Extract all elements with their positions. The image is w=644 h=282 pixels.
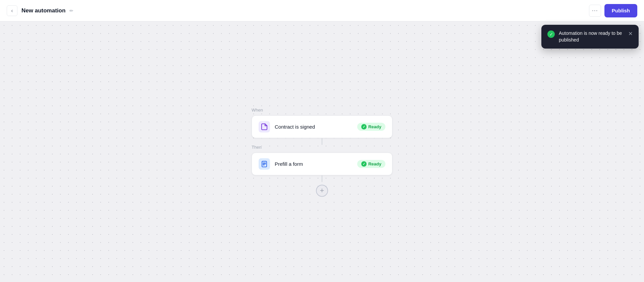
- trigger-step-card[interactable]: Contract is signed ✓ Ready: [252, 115, 392, 138]
- when-label: When: [252, 108, 392, 113]
- connector-line-bottom: [322, 175, 322, 182]
- automation-canvas: When Contract is signed ✓ Ready Then: [0, 21, 644, 282]
- header-left: ‹ New automation ✏: [7, 5, 589, 16]
- page-title: New automation: [21, 7, 65, 14]
- action-badge-text: Ready: [368, 161, 381, 166]
- trigger-check-icon: ✓: [361, 124, 367, 129]
- more-icon: ···: [592, 7, 598, 14]
- trigger-ready-badge: ✓ Ready: [357, 123, 385, 131]
- connector-bottom: [252, 175, 392, 182]
- trigger-step-icon: [259, 121, 270, 132]
- toast-message: Automation is now ready to be published: [559, 30, 624, 43]
- add-step-button[interactable]: +: [316, 185, 328, 197]
- connector-line-top: [322, 138, 322, 145]
- add-step-area: +: [252, 182, 392, 199]
- toast-close-button[interactable]: ✕: [628, 30, 633, 37]
- action-step-label: Prefill a form: [275, 161, 353, 167]
- edit-icon[interactable]: ✏: [69, 8, 73, 13]
- action-ready-badge: ✓ Ready: [357, 160, 385, 168]
- flow-container: When Contract is signed ✓ Ready Then: [252, 108, 392, 199]
- add-step-icon: +: [320, 187, 324, 194]
- toast-notification: ✓ Automation is now ready to be publishe…: [541, 25, 639, 49]
- header-right: ··· Publish: [589, 4, 637, 17]
- trigger-badge-text: Ready: [368, 124, 381, 129]
- trigger-step-label: Contract is signed: [275, 124, 353, 130]
- action-check-icon: ✓: [361, 161, 367, 166]
- toast-check-icon: ✓: [547, 30, 555, 38]
- action-step-card[interactable]: Prefill a form ✓ Ready: [252, 152, 392, 175]
- then-label: Then: [252, 145, 392, 150]
- connector: [252, 138, 392, 145]
- back-button[interactable]: ‹: [7, 5, 17, 16]
- more-options-button[interactable]: ···: [589, 5, 601, 17]
- back-icon: ‹: [11, 8, 13, 14]
- publish-button[interactable]: Publish: [604, 4, 637, 17]
- app-header: ‹ New automation ✏ ··· Publish: [0, 0, 644, 21]
- action-step-icon: [259, 158, 270, 169]
